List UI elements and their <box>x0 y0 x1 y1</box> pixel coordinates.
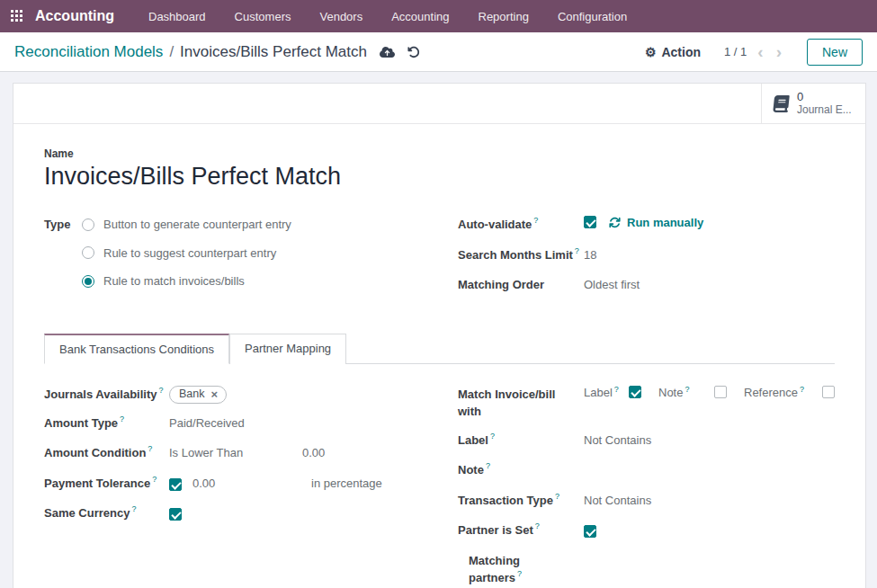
partner-is-set-row: Partner is Set? <box>458 521 835 539</box>
auto-validate-checkbox[interactable] <box>584 216 596 228</box>
search-months-limit-row: Search Months Limit? 18 <box>458 246 835 264</box>
partner-is-set-label: Partner is Set? <box>458 521 584 539</box>
label-field-value[interactable]: Not Contains <box>584 432 651 450</box>
help-icon: ? <box>490 432 495 441</box>
breadcrumb-separator: / <box>169 43 174 61</box>
book-icon <box>772 95 791 112</box>
label-field-row: Label? Not Contains <box>458 432 835 450</box>
pager: 1 / 1 ‹ › <box>724 43 783 60</box>
type-option-label: Rule to suggest counterpart entry <box>103 245 276 263</box>
type-option-label: Button to generate counterpart entry <box>103 216 291 234</box>
menu-accounting[interactable]: Accounting <box>380 2 460 31</box>
run-manually-button[interactable]: Run manually <box>609 216 703 229</box>
journal-entries-count: 0 <box>797 91 852 104</box>
matching-order-row: Matching Order Oldest first <box>458 276 835 294</box>
tab-partner-mapping[interactable]: Partner Mapping <box>229 334 346 364</box>
amount-condition-amount[interactable]: 0.00 <box>302 444 325 462</box>
amount-condition-value[interactable]: Is Lower Than <box>169 444 302 462</box>
action-menu-button[interactable]: ⚙ Action <box>645 45 701 59</box>
new-button[interactable]: New <box>807 39 863 66</box>
amount-condition-label: Amount Condition? <box>44 444 169 462</box>
match-option-label-text: Label? <box>584 386 619 399</box>
journals-availability-label: Journals Availability? <box>44 386 169 404</box>
gear-icon: ⚙ <box>645 45 657 59</box>
partner-is-set-checkbox[interactable] <box>584 525 596 538</box>
type-option-button-generate[interactable]: Button to generate counterpart entry <box>82 216 291 234</box>
help-icon: ? <box>120 414 124 423</box>
journal-tag-bank[interactable]: Bank × <box>169 386 227 404</box>
payment-tolerance-suffix: in percentage <box>311 475 382 493</box>
type-option-rule-match[interactable]: Rule to match invoices/bills <box>82 272 291 290</box>
help-icon: ? <box>152 475 157 484</box>
help-icon: ? <box>533 216 538 225</box>
help-icon: ? <box>555 492 559 501</box>
help-icon: ? <box>148 444 152 453</box>
discard-icon[interactable] <box>407 46 420 58</box>
notebook-tabs: Bank Transactions Conditions Partner Map… <box>44 334 835 364</box>
menu-reporting[interactable]: Reporting <box>468 2 540 31</box>
transaction-type-value[interactable]: Not Contains <box>584 492 651 510</box>
label-field-label: Label? <box>458 432 584 450</box>
menu-vendors[interactable]: Vendors <box>309 2 373 31</box>
payment-tolerance-checkbox[interactable] <box>169 478 182 491</box>
transaction-type-label: Transaction Type? <box>458 492 584 510</box>
record-title[interactable]: Invoices/Bills Perfect Match <box>44 163 835 191</box>
match-label-checkbox[interactable] <box>629 386 641 398</box>
match-option-reference: Reference? <box>744 386 835 399</box>
match-note-checkbox[interactable] <box>714 386 727 398</box>
matching-partners-row: Matching partners? <box>458 552 835 587</box>
amount-condition-row: Amount Condition? Is Lower Than 0.00 <box>44 444 458 462</box>
match-invoice-label: Match Invoice/bill with <box>458 386 566 421</box>
auto-validate-label: Auto-validate? <box>458 216 584 234</box>
same-currency-label: Same Currency? <box>44 504 169 522</box>
radio-unselected-icon[interactable] <box>82 246 94 259</box>
match-reference-checkbox[interactable] <box>822 386 835 398</box>
type-field-row: Type Button to generate counterpart entr… <box>44 216 458 294</box>
amount-type-value[interactable]: Paid/Received <box>169 414 245 432</box>
button-box: 0 Journal E... <box>13 84 865 124</box>
journal-entries-label: Journal E... <box>797 104 852 117</box>
matching-partners-label: Matching partners? <box>469 552 541 587</box>
tab-bank-transactions-conditions[interactable]: Bank Transactions Conditions <box>44 334 229 364</box>
remove-tag-icon[interactable]: × <box>211 388 219 401</box>
help-icon: ? <box>685 385 689 394</box>
save-cloud-icon[interactable] <box>380 46 395 58</box>
pager-next-icon[interactable]: › <box>774 43 783 60</box>
search-months-limit-label: Search Months Limit? <box>458 246 584 264</box>
help-icon: ? <box>486 461 490 470</box>
pager-value: 1 / 1 <box>724 45 747 58</box>
app-name[interactable]: Accounting <box>35 8 114 24</box>
help-icon: ? <box>614 385 619 394</box>
page-background: 0 Journal E... Name Invoices/Bills Perfe… <box>0 72 877 588</box>
help-icon: ? <box>517 569 522 578</box>
pager-previous-icon[interactable]: ‹ <box>756 43 765 60</box>
name-field-label: Name <box>44 147 835 160</box>
matching-order-value[interactable]: Oldest first <box>584 276 640 294</box>
journal-entries-stat-button[interactable]: 0 Journal E... <box>761 84 865 123</box>
type-option-rule-suggest[interactable]: Rule to suggest counterpart entry <box>82 245 291 263</box>
help-icon: ? <box>158 386 163 395</box>
amount-type-label: Amount Type? <box>44 414 169 432</box>
radio-selected-icon[interactable] <box>82 275 94 288</box>
menu-customers[interactable]: Customers <box>224 2 302 31</box>
match-option-note: Note? <box>658 386 727 399</box>
breadcrumb-parent-link[interactable]: Reconciliation Models <box>14 43 163 61</box>
payment-tolerance-value[interactable]: 0.00 <box>192 475 299 493</box>
help-icon: ? <box>535 521 540 530</box>
apps-menu-icon[interactable] <box>11 10 24 23</box>
auto-validate-row: Auto-validate? Run manually <box>458 216 835 234</box>
match-option-note-text: Note? <box>658 386 689 399</box>
refresh-icon <box>609 217 621 228</box>
journals-availability-row: Journals Availability? Bank × <box>44 386 458 404</box>
menu-configuration[interactable]: Configuration <box>547 2 638 31</box>
help-icon: ? <box>800 385 804 394</box>
matching-order-label: Matching Order <box>458 276 584 294</box>
help-icon: ? <box>131 504 136 513</box>
note-field-row: Note? <box>458 461 835 479</box>
radio-unselected-icon[interactable] <box>82 218 94 231</box>
same-currency-checkbox[interactable] <box>169 508 182 521</box>
search-months-limit-value[interactable]: 18 <box>584 246 596 264</box>
menu-dashboard[interactable]: Dashboard <box>138 2 217 31</box>
action-label: Action <box>661 45 701 59</box>
type-label: Type <box>44 216 82 234</box>
